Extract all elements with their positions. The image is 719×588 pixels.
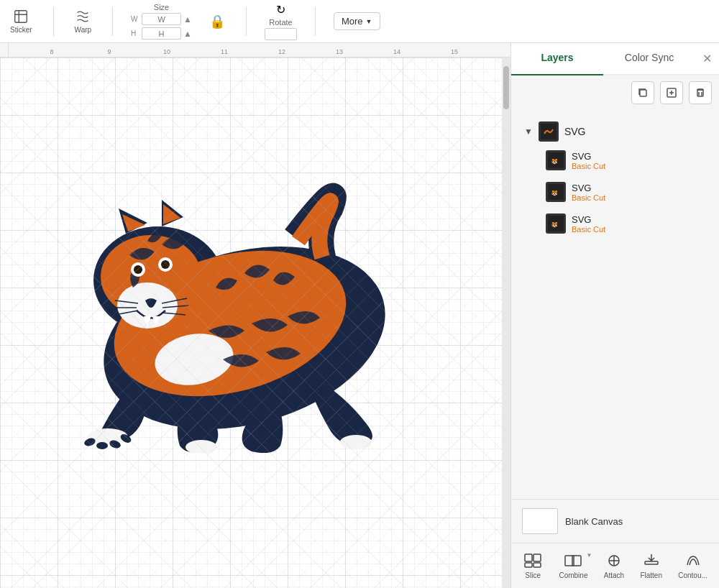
collapse-arrow-icon: ▼: [524, 127, 533, 137]
ruler-11: 11: [221, 48, 228, 55]
svg-rect-45: [533, 563, 541, 567]
sep4: [315, 7, 316, 36]
sep1: [53, 7, 54, 36]
svg-rect-30: [640, 90, 646, 96]
svg-point-27: [96, 442, 108, 449]
svg-text:🐯: 🐯: [551, 158, 558, 165]
layer-child-info-1: SVG Basic Cut: [572, 183, 605, 202]
flatten-icon: [641, 552, 661, 569]
ruler-10: 10: [163, 48, 170, 55]
ruler-8: 8: [50, 48, 53, 55]
duplicate-layer-button[interactable]: [631, 81, 654, 104]
add-layer-button[interactable]: [660, 81, 683, 104]
list-item[interactable]: 🐯 SVG Basic Cut: [540, 146, 712, 175]
blank-canvas-label: Blank Canvas: [565, 516, 623, 527]
flatten-tool[interactable]: Flatten: [634, 549, 668, 582]
canvas-row: [0, 58, 510, 588]
svg-point-9: [340, 435, 372, 449]
slice-icon: [523, 552, 543, 569]
ruler-row: 8 9 10 11 12 13 14 15: [0, 43, 510, 58]
delete-layer-button[interactable]: [689, 81, 712, 104]
right-panel: Layers Color Sync ✕: [510, 43, 719, 588]
more-label: More: [342, 16, 363, 27]
rotate-group: ↻ Rotate: [265, 3, 297, 40]
height-label: H: [131, 29, 139, 37]
list-item[interactable]: 🐯 SVG Basic Cut: [540, 178, 712, 206]
layers-content: ▼ SVG 🐯: [511, 110, 719, 499]
svg-rect-42: [525, 554, 532, 561]
layer-child-info-2: SVG Basic Cut: [572, 214, 605, 234]
width-input[interactable]: [142, 13, 181, 25]
tab-color-sync[interactable]: Color Sync: [603, 43, 695, 74]
ruler-15: 15: [451, 48, 458, 55]
layer-group-name: SVG: [564, 126, 586, 137]
vertical-scrollbar[interactable]: [502, 58, 510, 588]
svg-rect-34: [697, 90, 703, 96]
tab-layers[interactable]: Layers: [511, 43, 603, 74]
slice-tool[interactable]: Slice: [517, 549, 549, 582]
sep2: [112, 7, 113, 36]
panel-toolbar: [511, 75, 719, 110]
warp-button[interactable]: Warp: [72, 7, 95, 35]
canvas-area: 8 9 10 11 12 13 14 15: [0, 43, 510, 588]
blank-canvas-thumbnail: [522, 508, 558, 534]
list-item[interactable]: 🐯 SVG Basic Cut: [540, 209, 712, 238]
width-up-arrow[interactable]: ▲: [183, 14, 192, 24]
warp-label: Warp: [75, 26, 92, 34]
height-up-arrow[interactable]: ▲: [183, 29, 192, 39]
tiger-image[interactable]: [22, 115, 467, 453]
panel-close-button[interactable]: ✕: [695, 43, 719, 74]
ruler-13: 13: [336, 48, 343, 55]
main-area: 8 9 10 11 12 13 14 15: [0, 43, 719, 588]
combine-icon: [563, 552, 583, 569]
layer-child-info-0: SVG Basic Cut: [572, 151, 605, 170]
layer-child-name-2: SVG: [572, 214, 605, 225]
layer-child-type-1: Basic Cut: [572, 193, 605, 202]
ruler-14: 14: [393, 48, 400, 55]
panel-bottom-toolbar: Slice ▼ Combine: [511, 543, 719, 588]
layer-child-icon-1: 🐯: [546, 182, 566, 202]
svg-point-17: [161, 260, 170, 269]
more-button[interactable]: More ▼: [334, 12, 380, 30]
svg-rect-44: [525, 563, 532, 567]
flatten-label: Flatten: [640, 571, 662, 579]
attach-icon: [604, 552, 624, 569]
layer-child-type-2: Basic Cut: [572, 225, 605, 234]
layer-child-icon-2: 🐯: [546, 213, 566, 234]
canvas-grid[interactable]: [0, 58, 502, 588]
height-input[interactable]: [142, 27, 181, 40]
contour-label: Contou...: [678, 571, 707, 579]
contour-tool[interactable]: Contou...: [672, 549, 713, 582]
slice-label: Slice: [525, 571, 541, 579]
attach-label: Attach: [604, 571, 624, 579]
sticker-label: Sticker: [10, 26, 32, 34]
ruler-12: 12: [278, 48, 285, 55]
sep3: [246, 7, 247, 36]
panel-tabs: Layers Color Sync ✕: [511, 43, 719, 75]
lock-icon[interactable]: 🔒: [206, 14, 228, 29]
layer-child-name-1: SVG: [572, 183, 605, 193]
ruler-horizontal: 8 9 10 11 12 13 14 15: [9, 43, 510, 58]
rotate-icon: ↻: [276, 3, 285, 17]
sticker-button[interactable]: Sticker: [7, 7, 35, 35]
svg-rect-0: [15, 11, 27, 23]
ruler-corner: [0, 43, 9, 58]
rotate-input[interactable]: [265, 28, 297, 40]
combine-arrow-icon: ▼: [587, 552, 592, 559]
layer-children: 🐯 SVG Basic Cut 🐯: [518, 146, 712, 238]
attach-tool[interactable]: Attach: [598, 549, 630, 582]
scrollbar-thumb[interactable]: [503, 66, 509, 109]
layer-group-header[interactable]: ▼ SVG: [518, 117, 712, 146]
combine-label: Combine: [559, 571, 587, 579]
main-toolbar: Sticker Warp Size W ▲ H ▲ 🔒 ↻ Rotate: [0, 0, 719, 43]
more-arrow-icon: ▼: [366, 18, 372, 25]
layer-child-name-0: SVG: [572, 151, 605, 162]
layer-group-icon: [539, 121, 559, 142]
svg-rect-51: [645, 561, 658, 564]
size-inputs: W ▲ H ▲: [131, 13, 192, 40]
combine-tool[interactable]: ▼ Combine: [553, 549, 593, 582]
blank-canvas-indicator: Blank Canvas: [511, 499, 719, 543]
layer-child-icon-0: 🐯: [546, 150, 566, 170]
ruler-9: 9: [107, 48, 111, 55]
size-group: Size W ▲ H ▲: [131, 3, 192, 40]
